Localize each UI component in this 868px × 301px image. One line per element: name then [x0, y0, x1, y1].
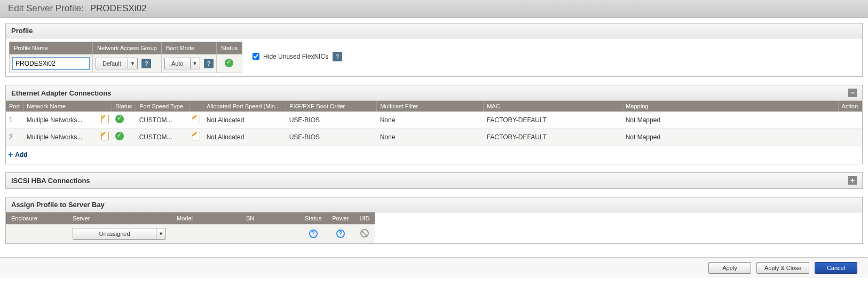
disabled-icon [360, 229, 369, 237]
status-header: Status [112, 101, 136, 112]
status-ok-icon [115, 115, 124, 123]
assign-panel: Assign Profile to Server Bay Enclosure S… [5, 197, 863, 244]
profile-name-input[interactable] [12, 57, 90, 70]
mcast-header: Multicast Filter [377, 101, 484, 112]
enclosure-header: Enclosure [6, 212, 67, 225]
mac-header: MAC [484, 101, 622, 112]
server-dropdown[interactable]: Unassigned ▼ [73, 228, 166, 240]
iscsi-panel: iSCSI HBA Connections + [5, 172, 863, 189]
chevron-down-icon: ▼ [156, 228, 165, 239]
boot-header: Boot Mode [161, 42, 216, 54]
network-header: Network Name [23, 101, 98, 112]
hide-flexnics-label: Hide Unused FlexNICs [263, 53, 328, 60]
collapse-icon[interactable]: − [848, 89, 857, 97]
edit-icon[interactable] [101, 115, 109, 123]
uid-header: UID [354, 212, 375, 225]
assign-title: Assign Profile to Server Bay [11, 201, 105, 209]
help-icon[interactable]: ? [204, 59, 214, 68]
boot-dropdown[interactable]: Auto ▼ [164, 58, 200, 69]
title-name: PRODESXi02 [90, 3, 147, 14]
nag-header: Network Access Group [93, 42, 162, 54]
sn-header: SN [241, 212, 299, 225]
profile-table: Profile Name Network Access Group Boot M… [9, 42, 242, 73]
edit-icon[interactable] [193, 115, 200, 123]
hide-flexnics-checkbox[interactable] [252, 53, 259, 60]
edit-icon[interactable] [193, 132, 200, 140]
status-ok-icon [225, 59, 233, 67]
profile-panel: Profile Profile Name Network Access Grou… [5, 23, 863, 77]
status-unknown-icon [336, 229, 345, 238]
profile-panel-header: Profile [6, 23, 862, 38]
iscsi-panel-header: iSCSI HBA Connections + [6, 173, 862, 188]
power-header: Power [327, 212, 354, 225]
speed-type-header: Port Speed Type [136, 101, 190, 112]
port-header: Port [6, 101, 23, 112]
assign-panel-header: Assign Profile to Server Bay [6, 197, 862, 212]
edit-icon[interactable] [101, 132, 109, 140]
add-connection-button[interactable]: + Add [6, 146, 862, 164]
profile-name-header: Profile Name [10, 42, 93, 54]
alloc-header: Allocated Port Speed (Min... [203, 101, 286, 112]
pxe-header: PXE/PXE Boot Order [286, 101, 377, 112]
apply-close-button[interactable]: Apply & Close [756, 262, 809, 274]
help-icon[interactable]: ? [141, 59, 151, 68]
mapping-header: Mapping [622, 101, 838, 112]
table-row[interactable]: 1 Multiple Networks... CUSTOM... Not All… [6, 112, 862, 129]
status-header: Status [299, 212, 327, 225]
model-header: Model [171, 212, 241, 225]
edit2-header [190, 101, 203, 112]
help-icon[interactable]: ? [333, 52, 342, 61]
ethernet-panel: Ethernet Adapter Connections − Port Netw… [5, 85, 863, 164]
ethernet-table: Port Network Name Status Port Speed Type… [6, 101, 862, 146]
iscsi-title: iSCSI HBA Connections [11, 177, 90, 185]
plus-icon: + [8, 150, 13, 160]
status-unknown-icon [309, 229, 318, 238]
action-header: Action [838, 101, 862, 112]
chevron-down-icon: ▼ [190, 58, 200, 69]
server-header: Server [67, 212, 171, 225]
table-row: Unassigned ▼ [6, 225, 375, 243]
assign-table: Enclosure Server Model SN Status Power U… [6, 212, 375, 243]
ethernet-panel-header: Ethernet Adapter Connections − [6, 85, 862, 101]
chevron-down-icon: ▼ [128, 58, 137, 69]
ethernet-title: Ethernet Adapter Connections [11, 89, 111, 97]
titlebar: Edit Server Profile: PRODESXi02 [0, 0, 868, 18]
expand-icon[interactable]: + [848, 176, 857, 185]
table-row[interactable]: 2 Multiple Networks... CUSTOM... Not All… [6, 129, 862, 146]
cancel-button[interactable]: Cancel [815, 262, 857, 274]
title-label: Edit Server Profile: [8, 3, 84, 14]
footer: Apply Apply & Close Cancel [0, 257, 868, 278]
status-header: Status [216, 42, 242, 54]
edit-header [98, 101, 112, 112]
nag-dropdown[interactable]: Default ▼ [96, 58, 138, 69]
status-ok-icon [115, 132, 124, 140]
profile-title: Profile [11, 27, 33, 35]
apply-button[interactable]: Apply [708, 262, 751, 274]
